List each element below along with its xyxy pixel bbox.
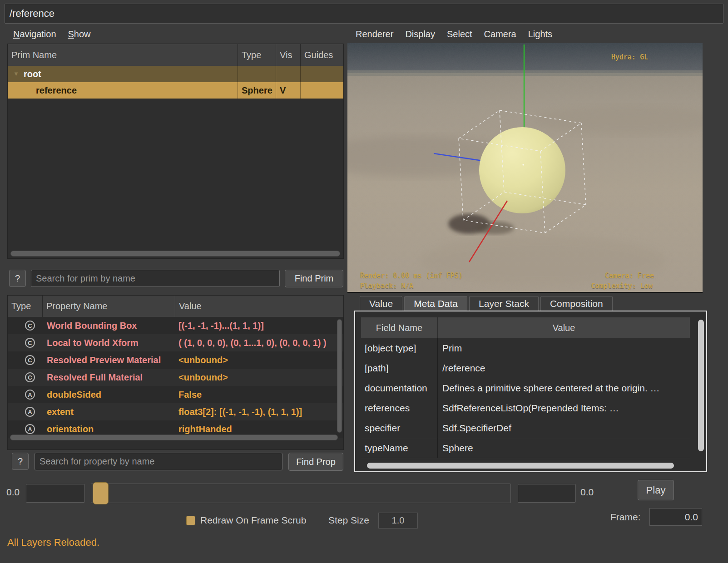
meta-data-panel: Field Name Value [object type] Prim [pat… [354, 311, 707, 472]
tab-layer-stack[interactable]: Layer Stack [469, 296, 539, 312]
meta-row[interactable]: documentation Defines a primitive sphere… [361, 378, 690, 398]
prim-search-input[interactable] [31, 270, 280, 287]
col-prop-name[interactable]: Property Name [42, 296, 175, 317]
hud-renderer: Hydra: GL [611, 53, 648, 61]
computed-icon: C [25, 338, 35, 348]
meta-row[interactable]: references SdfReferenceListOp(Prepended … [361, 398, 690, 418]
menu-lights[interactable]: Lights [522, 27, 558, 41]
range-end-input[interactable] [518, 484, 576, 503]
menu-navigation[interactable]: Navigation [7, 27, 62, 41]
properties-rows: C World Bounding Box [(-1, -1, -1)...(1,… [8, 317, 343, 438]
prim-vis[interactable]: V [276, 82, 300, 99]
meta-row[interactable]: [object type] Prim [361, 338, 690, 358]
properties-vscrollbar[interactable] [337, 319, 342, 433]
properties-hscrollbar[interactable] [10, 435, 338, 440]
hud-complexity: Complexity: Low [591, 282, 653, 290]
computed-icon: C [25, 355, 35, 365]
meta-row[interactable]: [path] /reference [361, 358, 690, 378]
prim-path-bar[interactable]: /reference [5, 4, 723, 24]
prim-tree-header: Prim Name Type Vis Guides [8, 44, 343, 66]
range-end-label: 0.0 [580, 487, 594, 498]
attribute-icon: A [25, 407, 35, 417]
help-icon: ? [18, 456, 23, 467]
tree-hscrollbar[interactable] [10, 251, 340, 257]
step-size-input[interactable] [378, 513, 418, 528]
usdview-window: /reference Navigation Show Prim Name Typ… [0, 0, 728, 563]
prim-tree-panel: Prim Name Type Vis Guides ▼root referenc… [7, 44, 344, 259]
meta-header: Field Name Value [361, 317, 690, 338]
menu-select[interactable]: Select [441, 27, 478, 41]
range-start-input[interactable] [26, 484, 85, 503]
tab-composition[interactable]: Composition [540, 296, 613, 312]
viewport-render [347, 43, 703, 293]
frame-slider-handle[interactable] [93, 482, 109, 504]
properties-header: Type Property Name Value [8, 296, 343, 317]
meta-vscrollbar[interactable] [698, 320, 704, 451]
tree-row-root[interactable]: ▼root [8, 66, 343, 82]
status-message: All Layers Reloaded. [7, 537, 99, 548]
computed-icon: C [25, 321, 35, 331]
property-row[interactable]: A extent float3[2]: [(-1, -1, -1), (1, 1… [8, 403, 343, 420]
prim-vis[interactable] [276, 66, 300, 82]
frame-slider-track[interactable] [91, 484, 511, 503]
computed-icon: C [25, 372, 35, 382]
meta-row[interactable]: typeName Sphere [361, 438, 690, 458]
viewport-3d[interactable]: Hydra: GL Render: 0.00 ms (inf FPS) Play… [347, 43, 703, 293]
prim-name: reference [36, 85, 77, 96]
menu-renderer[interactable]: Renderer [350, 27, 399, 41]
property-row[interactable]: A doubleSided False [8, 386, 343, 403]
property-row[interactable]: C Resolved Full Material <unbound> [8, 369, 343, 386]
hud-camera: Camera: Free [605, 272, 654, 280]
viewport-menubar: Renderer Display Select Camera Lights [350, 25, 558, 43]
col-vis[interactable]: Vis [276, 44, 300, 66]
prop-search-input[interactable] [35, 453, 282, 470]
prim-help-button[interactable]: ? [9, 270, 26, 287]
prim-guides [300, 66, 343, 82]
menu-show[interactable]: Show [62, 27, 97, 41]
frame-input[interactable] [649, 508, 702, 526]
menu-camera[interactable]: Camera [478, 27, 522, 41]
col-prim-name[interactable]: Prim Name [8, 44, 238, 66]
tree-row-reference[interactable]: reference Sphere V [8, 82, 343, 99]
step-size-label: Step Size [328, 515, 369, 526]
property-row[interactable]: C World Bounding Box [(-1, -1, -1)...(1,… [8, 317, 343, 334]
prim-type: Sphere [238, 82, 276, 99]
tab-meta-data[interactable]: Meta Data [404, 296, 467, 312]
attribute-icon: A [25, 390, 35, 400]
property-row[interactable]: C Resolved Preview Material <unbound> [8, 351, 343, 369]
col-field-name[interactable]: Field Name [361, 323, 437, 333]
prop-help-button[interactable]: ? [12, 453, 29, 470]
prim-name: root [24, 69, 41, 79]
find-prim-button[interactable]: Find Prim [285, 270, 343, 287]
play-button[interactable]: Play [638, 480, 674, 500]
col-prop-type[interactable]: Type [8, 296, 42, 317]
prim-guides [300, 82, 343, 99]
frame-label: Frame: [610, 512, 641, 523]
col-guides[interactable]: Guides [300, 44, 343, 66]
hud-playback: Playback: N/A [360, 282, 413, 290]
tree-menubar: Navigation Show [7, 25, 97, 43]
redraw-on-frame-scrub-label: Redraw On Frame Scrub [200, 515, 306, 526]
col-field-value[interactable]: Value [437, 317, 690, 338]
col-prop-value[interactable]: Value [175, 296, 343, 317]
meta-hscrollbar[interactable] [367, 463, 674, 469]
properties-panel: Type Property Name Value C World Boundin… [7, 295, 344, 450]
help-icon: ? [15, 273, 20, 284]
prim-path-text: /reference [10, 8, 54, 20]
property-row[interactable]: C Local to World Xform ( (1, 0, 0, 0), (… [8, 334, 343, 351]
redraw-on-frame-scrub-checkbox[interactable] [186, 516, 195, 525]
attribute-icon: A [25, 424, 35, 434]
meta-data-table: Field Name Value [object type] Prim [pat… [361, 317, 690, 458]
range-start-label: 0.0 [6, 487, 20, 498]
inspector-tabs: Value Meta Data Layer Stack Composition [360, 296, 613, 312]
menu-display[interactable]: Display [399, 27, 441, 41]
expander-icon[interactable]: ▼ [13, 70, 19, 77]
prim-type [238, 66, 276, 82]
meta-row[interactable]: specifier Sdf.SpecifierDef [361, 418, 690, 438]
tab-value[interactable]: Value [360, 296, 402, 312]
find-prop-button[interactable]: Find Prop [288, 453, 343, 471]
hud-render-time: Render: 0.00 ms (inf FPS) [360, 272, 463, 280]
col-type[interactable]: Type [238, 44, 276, 66]
